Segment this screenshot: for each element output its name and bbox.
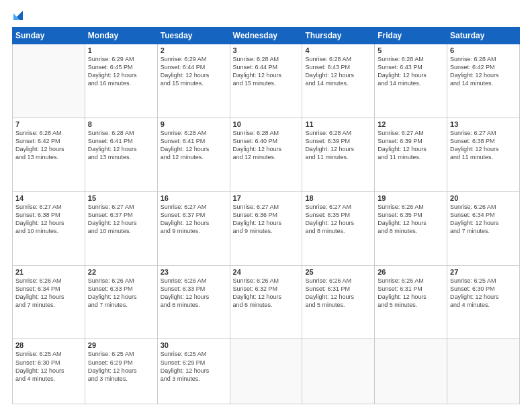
day-number: 10	[233, 120, 300, 128]
day-number: 18	[305, 194, 371, 202]
day-number: 1	[88, 46, 154, 54]
calendar-cell: 11Sunrise: 6:28 AM Sunset: 6:39 PM Dayli…	[302, 118, 375, 191]
day-number: 27	[450, 268, 517, 276]
day-number: 6	[450, 46, 517, 54]
day-number: 2	[161, 46, 227, 54]
day-info: Sunrise: 6:26 AM Sunset: 6:34 PM Dayligh…	[15, 277, 82, 310]
day-info: Sunrise: 6:26 AM Sunset: 6:31 PM Dayligh…	[305, 277, 371, 310]
calendar-week-row: 14Sunrise: 6:27 AM Sunset: 6:38 PM Dayli…	[13, 191, 520, 265]
day-number: 13	[450, 120, 517, 128]
calendar-cell	[447, 339, 520, 404]
calendar-cell: 27Sunrise: 6:25 AM Sunset: 6:30 PM Dayli…	[447, 265, 520, 339]
day-number: 7	[15, 120, 82, 128]
header	[12, 11, 520, 20]
day-info: Sunrise: 6:29 AM Sunset: 6:45 PM Dayligh…	[88, 55, 154, 88]
day-number: 28	[15, 341, 82, 349]
calendar-cell: 15Sunrise: 6:27 AM Sunset: 6:37 PM Dayli…	[85, 191, 157, 265]
calendar-cell: 7Sunrise: 6:28 AM Sunset: 6:42 PM Daylig…	[13, 118, 85, 191]
calendar-cell	[13, 44, 85, 118]
calendar-cell: 26Sunrise: 6:26 AM Sunset: 6:31 PM Dayli…	[375, 265, 447, 339]
calendar-cell: 28Sunrise: 6:25 AM Sunset: 6:30 PM Dayli…	[13, 339, 85, 404]
calendar-cell: 9Sunrise: 6:28 AM Sunset: 6:41 PM Daylig…	[157, 118, 230, 191]
day-info: Sunrise: 6:27 AM Sunset: 6:36 PM Dayligh…	[233, 203, 300, 236]
day-info: Sunrise: 6:25 AM Sunset: 6:30 PM Dayligh…	[450, 277, 517, 310]
calendar-table: SundayMondayTuesdayWednesdayThursdayFrid…	[12, 27, 520, 404]
day-info: Sunrise: 6:27 AM Sunset: 6:35 PM Dayligh…	[305, 203, 371, 236]
calendar-cell: 14Sunrise: 6:27 AM Sunset: 6:38 PM Dayli…	[13, 191, 85, 265]
calendar-day-header: Monday	[85, 28, 157, 44]
day-number: 30	[161, 341, 227, 349]
day-info: Sunrise: 6:28 AM Sunset: 6:41 PM Dayligh…	[161, 129, 227, 162]
day-number: 11	[305, 120, 371, 128]
calendar-cell: 24Sunrise: 6:26 AM Sunset: 6:32 PM Dayli…	[230, 265, 302, 339]
day-info: Sunrise: 6:26 AM Sunset: 6:34 PM Dayligh…	[450, 203, 517, 236]
calendar-cell: 23Sunrise: 6:26 AM Sunset: 6:33 PM Dayli…	[157, 265, 230, 339]
day-info: Sunrise: 6:27 AM Sunset: 6:39 PM Dayligh…	[378, 129, 444, 162]
day-number: 29	[88, 341, 154, 349]
calendar-cell	[302, 339, 375, 404]
day-info: Sunrise: 6:26 AM Sunset: 6:35 PM Dayligh…	[378, 203, 444, 236]
day-number: 8	[88, 120, 154, 128]
calendar-day-header: Tuesday	[157, 28, 230, 44]
day-number: 20	[450, 194, 517, 202]
day-info: Sunrise: 6:28 AM Sunset: 6:40 PM Dayligh…	[233, 129, 300, 162]
day-info: Sunrise: 6:28 AM Sunset: 6:43 PM Dayligh…	[378, 55, 444, 88]
day-info: Sunrise: 6:28 AM Sunset: 6:39 PM Dayligh…	[305, 129, 371, 162]
day-info: Sunrise: 6:25 AM Sunset: 6:30 PM Dayligh…	[15, 350, 82, 383]
calendar-cell: 18Sunrise: 6:27 AM Sunset: 6:35 PM Dayli…	[302, 191, 375, 265]
day-number: 16	[161, 194, 227, 202]
calendar-cell: 3Sunrise: 6:28 AM Sunset: 6:44 PM Daylig…	[230, 44, 302, 118]
day-number: 14	[15, 194, 82, 202]
day-info: Sunrise: 6:26 AM Sunset: 6:33 PM Dayligh…	[88, 277, 154, 310]
calendar-week-row: 1Sunrise: 6:29 AM Sunset: 6:45 PM Daylig…	[13, 44, 520, 118]
page: SundayMondayTuesdayWednesdayThursdayFrid…	[0, 0, 532, 411]
calendar-cell: 16Sunrise: 6:27 AM Sunset: 6:37 PM Dayli…	[157, 191, 230, 265]
calendar-cell: 25Sunrise: 6:26 AM Sunset: 6:31 PM Dayli…	[302, 265, 375, 339]
calendar-cell: 30Sunrise: 6:25 AM Sunset: 6:29 PM Dayli…	[157, 339, 230, 404]
calendar-cell: 5Sunrise: 6:28 AM Sunset: 6:43 PM Daylig…	[375, 44, 447, 118]
day-info: Sunrise: 6:26 AM Sunset: 6:32 PM Dayligh…	[233, 277, 300, 310]
calendar-header-row: SundayMondayTuesdayWednesdayThursdayFrid…	[13, 28, 520, 44]
day-info: Sunrise: 6:27 AM Sunset: 6:38 PM Dayligh…	[450, 129, 517, 162]
day-info: Sunrise: 6:28 AM Sunset: 6:41 PM Dayligh…	[88, 129, 154, 162]
day-number: 26	[378, 268, 444, 276]
day-number: 15	[88, 194, 154, 202]
calendar-cell: 4Sunrise: 6:28 AM Sunset: 6:43 PM Daylig…	[302, 44, 375, 118]
day-number: 23	[161, 268, 227, 276]
day-number: 25	[305, 268, 371, 276]
day-info: Sunrise: 6:25 AM Sunset: 6:29 PM Dayligh…	[161, 350, 227, 383]
calendar-cell: 12Sunrise: 6:27 AM Sunset: 6:39 PM Dayli…	[375, 118, 447, 191]
day-info: Sunrise: 6:26 AM Sunset: 6:33 PM Dayligh…	[161, 277, 227, 310]
day-number: 24	[233, 268, 300, 276]
calendar-day-header: Wednesday	[230, 28, 302, 44]
day-number: 19	[378, 194, 444, 202]
calendar-week-row: 21Sunrise: 6:26 AM Sunset: 6:34 PM Dayli…	[13, 265, 520, 339]
day-info: Sunrise: 6:29 AM Sunset: 6:44 PM Dayligh…	[161, 55, 227, 88]
calendar-cell: 20Sunrise: 6:26 AM Sunset: 6:34 PM Dayli…	[447, 191, 520, 265]
calendar-cell: 2Sunrise: 6:29 AM Sunset: 6:44 PM Daylig…	[157, 44, 230, 118]
calendar-week-row: 7Sunrise: 6:28 AM Sunset: 6:42 PM Daylig…	[13, 118, 520, 191]
day-info: Sunrise: 6:28 AM Sunset: 6:43 PM Dayligh…	[305, 55, 371, 88]
calendar-cell: 17Sunrise: 6:27 AM Sunset: 6:36 PM Dayli…	[230, 191, 302, 265]
calendar-day-header: Sunday	[13, 28, 85, 44]
calendar-cell: 22Sunrise: 6:26 AM Sunset: 6:33 PM Dayli…	[85, 265, 157, 339]
day-info: Sunrise: 6:27 AM Sunset: 6:37 PM Dayligh…	[161, 203, 227, 236]
calendar-cell	[230, 339, 302, 404]
day-number: 21	[15, 268, 82, 276]
logo	[12, 11, 23, 20]
calendar-cell	[375, 339, 447, 404]
day-number: 12	[378, 120, 444, 128]
day-info: Sunrise: 6:26 AM Sunset: 6:31 PM Dayligh…	[378, 277, 444, 310]
day-number: 9	[161, 120, 227, 128]
calendar-cell: 1Sunrise: 6:29 AM Sunset: 6:45 PM Daylig…	[85, 44, 157, 118]
calendar-cell: 8Sunrise: 6:28 AM Sunset: 6:41 PM Daylig…	[85, 118, 157, 191]
day-number: 3	[233, 46, 300, 54]
day-number: 5	[378, 46, 444, 54]
day-info: Sunrise: 6:25 AM Sunset: 6:29 PM Dayligh…	[88, 350, 154, 383]
day-info: Sunrise: 6:28 AM Sunset: 6:42 PM Dayligh…	[15, 129, 82, 162]
calendar-week-row: 28Sunrise: 6:25 AM Sunset: 6:30 PM Dayli…	[13, 339, 520, 404]
calendar-cell: 21Sunrise: 6:26 AM Sunset: 6:34 PM Dayli…	[13, 265, 85, 339]
logo-icon	[13, 11, 23, 20]
day-info: Sunrise: 6:28 AM Sunset: 6:42 PM Dayligh…	[450, 55, 517, 88]
calendar-cell: 19Sunrise: 6:26 AM Sunset: 6:35 PM Dayli…	[375, 191, 447, 265]
